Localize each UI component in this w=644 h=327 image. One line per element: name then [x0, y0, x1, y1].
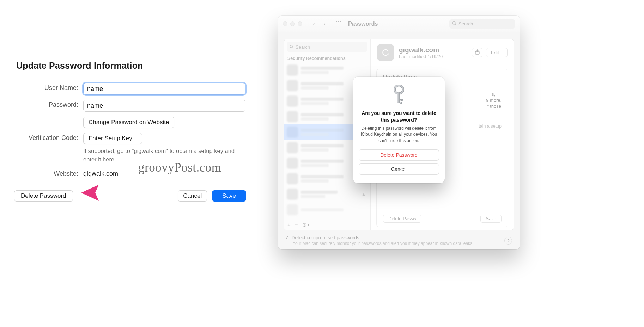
update-password-panel: Update Password Information User Name: P…: [4, 51, 256, 208]
help-button[interactable]: ?: [504, 237, 512, 245]
change-password-on-website-button[interactable]: Change Password on Website: [83, 117, 174, 128]
detail-save-button[interactable]: Save: [480, 215, 502, 223]
window-bottom-section: ✓ Detect compromised passwords Your Mac …: [285, 235, 513, 246]
apps-grid-icon[interactable]: [335, 21, 342, 27]
back-icon[interactable]: ‹: [309, 19, 318, 29]
key-icon: [390, 85, 407, 107]
detail-site-title: gigwalk.com: [399, 46, 467, 54]
add-button[interactable]: +: [287, 222, 291, 228]
window-toolbar: ‹ › Passwords Search: [278, 16, 520, 32]
window-title: Passwords: [348, 21, 378, 27]
toolbar-search[interactable]: Search: [449, 19, 515, 29]
share-icon: [475, 49, 480, 55]
alert-title: Are you sure you want to delete this pas…: [359, 110, 439, 123]
alert-cancel-button[interactable]: Cancel: [359, 164, 439, 175]
detect-compromised-sub: Your Mac can securely monitor your passw…: [293, 241, 513, 246]
save-button[interactable]: Save: [212, 190, 246, 202]
checkbox-checked-icon[interactable]: ✓: [285, 235, 290, 240]
remove-button[interactable]: −: [295, 222, 298, 228]
svg-line-1: [455, 24, 456, 25]
svg-line-3: [292, 47, 293, 48]
svg-rect-8: [397, 92, 400, 103]
alert-message: Deleting this password will delete it fr…: [359, 125, 439, 144]
website-value: gigwalk.com: [83, 169, 246, 178]
cancel-button[interactable]: Cancel: [178, 190, 207, 202]
delete-confirm-dialog: Are you sure you want to delete this pas…: [353, 77, 445, 183]
nav-arrows: ‹ ›: [309, 19, 329, 29]
site-avatar: G: [377, 44, 394, 61]
search-icon: [290, 44, 293, 50]
sidebar-search[interactable]: Search: [287, 42, 367, 52]
sidebar-section-header: Security Recommendations: [284, 55, 370, 62]
window-traffic-lights[interactable]: [283, 21, 302, 26]
sidebar-search-placeholder: Search: [296, 44, 310, 50]
close-window-icon[interactable]: [283, 21, 287, 26]
minimize-window-icon[interactable]: [290, 21, 295, 26]
website-label: Website:: [14, 169, 83, 178]
detail-last-modified: Last modified 1/19/20: [399, 54, 467, 59]
alert-delete-button[interactable]: Delete Password: [359, 149, 439, 161]
warning-icon: ▲: [361, 191, 366, 197]
detect-compromised-label: Detect compromised passwords: [292, 235, 359, 240]
side-text-fragment: f those: [487, 103, 501, 110]
detail-delete-button[interactable]: Delete Passw: [383, 215, 421, 223]
password-label: Password:: [14, 100, 83, 109]
password-input[interactable]: [83, 100, 245, 112]
toolbar-search-placeholder: Search: [458, 21, 473, 26]
forward-icon[interactable]: ›: [320, 19, 329, 29]
svg-rect-10: [400, 102, 402, 104]
username-input[interactable]: [83, 83, 245, 95]
verification-hint: If supported, go to "gigwalk.com" to obt…: [83, 147, 242, 164]
panel-title: Update Password Information: [16, 61, 246, 71]
search-icon: [452, 21, 456, 26]
username-label: User Name:: [14, 83, 83, 92]
more-options-button[interactable]: ⊙▾: [302, 222, 309, 228]
list-item[interactable]: ▲: [284, 186, 370, 202]
edit-button[interactable]: Edit...: [486, 48, 508, 57]
zoom-window-icon[interactable]: [298, 21, 302, 26]
list-item[interactable]: [284, 62, 370, 78]
verification-code-label: Verification Code:: [14, 133, 83, 142]
share-button[interactable]: [472, 48, 482, 57]
svg-rect-9: [400, 99, 403, 101]
delete-password-button[interactable]: Delete Password: [14, 190, 73, 202]
sidebar-footer: + − ⊙▾: [284, 219, 370, 230]
enter-setup-key-button[interactable]: Enter Setup Key...: [83, 133, 142, 144]
list-item[interactable]: [284, 202, 370, 217]
